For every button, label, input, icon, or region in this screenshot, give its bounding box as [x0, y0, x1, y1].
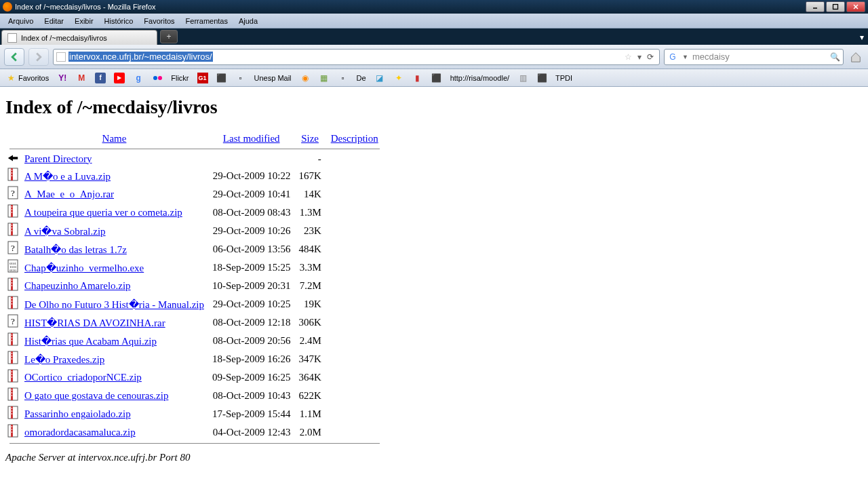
file-link[interactable]: OCortico_criadoporNCE.zip — [24, 372, 142, 383]
table-row: A M�o e a Luva.zip29-Oct-2009 10:22167K — [5, 167, 384, 185]
col-name[interactable]: Name — [20, 130, 208, 147]
menu-exibir[interactable]: Exibir — [69, 16, 99, 26]
col-modified[interactable]: Last modified — [208, 130, 294, 147]
search-input[interactable] — [692, 52, 826, 62]
bookmark-google[interactable]: g — [132, 71, 145, 85]
bookmark-tpdi[interactable]: TPDI — [554, 73, 574, 83]
search-bar[interactable]: G ▼ 🔍 — [664, 49, 844, 65]
file-link[interactable]: Passarinho engaiolado.zip — [24, 408, 131, 419]
bookmark-icon-3[interactable]: ◉ — [298, 71, 312, 85]
dropdown-icon[interactable]: ▾ — [637, 52, 642, 62]
col-size[interactable]: Size — [294, 130, 325, 147]
file-link[interactable]: De Olho no Futuro 3 Hist�ria - Manual.zi… — [24, 299, 204, 310]
bookmark-icon-1[interactable]: ⬛ — [215, 71, 229, 85]
yellow-icon: ✦ — [393, 73, 404, 83]
bookmark-g1[interactable]: G1 — [196, 71, 210, 85]
file-link[interactable]: Chapeuzinho Amarelo.zip — [24, 280, 131, 291]
file-modified: 08-Oct-2009 12:18 — [208, 313, 294, 332]
bookmark-icon-4[interactable]: ▦ — [317, 71, 331, 85]
menu-editar[interactable]: Editar — [39, 16, 69, 26]
bookmark-flickr[interactable]: Flickr — [170, 73, 190, 83]
minimize-button[interactable] — [806, 1, 825, 12]
forward-button[interactable] — [28, 48, 49, 66]
svg-rect-48 — [12, 358, 12, 360]
svg-rect-57 — [12, 392, 12, 393]
bookmark-icon-8[interactable]: ▮ — [411, 71, 425, 85]
bookmark-youtube[interactable]: ▶ — [113, 71, 126, 85]
table-row: A toupeira que queria ver o cometa.zip08… — [5, 204, 384, 222]
search-dropdown-icon[interactable]: ▼ — [682, 54, 688, 60]
bookmark-icon-5[interactable]: ▫ — [336, 71, 350, 85]
table-row: Hist�rias que Acabam Aqui.zip08-Oct-2009… — [5, 332, 384, 350]
parent-size: - — [294, 151, 325, 167]
svg-rect-19 — [12, 227, 12, 229]
tab-active[interactable]: Index of /~mecdaisy/livros — [1, 30, 157, 45]
new-tab-button[interactable]: + — [160, 30, 178, 43]
bookmark-icon-11[interactable]: ⬛ — [535, 71, 549, 85]
bookmark-unesp[interactable]: Unesp Mail — [253, 73, 293, 83]
file-zip-icon — [7, 223, 19, 235]
url-bar[interactable]: intervox.nce.ufrj.br/~mecdaisy/livros/ ☆… — [53, 49, 660, 65]
bookmark-facebook[interactable]: f — [94, 71, 107, 85]
file-size: 1.1M — [294, 405, 325, 423]
file-link[interactable]: A_Mae_e_o_Anjo.rar — [24, 189, 114, 199]
file-link[interactable]: A toupeira que queria ver o cometa.zip — [24, 207, 182, 218]
svg-rect-46 — [12, 353, 12, 354]
bookmark-icon-7[interactable]: ✦ — [392, 71, 406, 85]
file-size: 23K — [294, 222, 325, 240]
svg-rect-68 — [12, 431, 12, 433]
url-text[interactable]: intervox.nce.ufrj.br/~mecdaisy/livros/ — [68, 52, 213, 62]
file-modified: 29-Oct-2009 10:25 — [208, 295, 294, 313]
bookmark-yahoo[interactable]: Y! — [56, 71, 69, 85]
tab-list-dropdown-icon[interactable]: ▾ — [860, 33, 864, 42]
table-row: Chapeuzinho Amarelo.zip10-Sep-2009 20:31… — [5, 277, 384, 295]
file-link[interactable]: HIST�RIAS DA AVOZINHA.rar — [24, 318, 165, 328]
maximize-button[interactable] — [826, 1, 845, 12]
google-search-icon[interactable]: G — [667, 52, 678, 62]
svg-rect-7 — [12, 172, 12, 174]
file-link[interactable]: A vi�va Sobral.zip — [24, 226, 106, 237]
bookmark-flickr-icon[interactable] — [151, 71, 164, 85]
file-modified: 06-Oct-2009 13:56 — [208, 240, 294, 258]
menu-historico[interactable]: Histórico — [99, 16, 139, 26]
file-modified: 09-Sep-2009 16:25 — [208, 368, 294, 387]
menu-ajuda[interactable]: Ajuda — [233, 16, 263, 26]
file-link[interactable]: Le�o Praxedes.zip — [24, 354, 104, 365]
file-link[interactable]: Chap�uzinho_vermelho.exe — [24, 263, 144, 273]
back-button[interactable] — [4, 48, 24, 66]
search-go-icon[interactable]: 🔍 — [830, 52, 840, 62]
parent-directory-link[interactable]: Parent Directory — [24, 153, 92, 164]
svg-rect-34 — [12, 298, 12, 299]
bookmark-de[interactable]: De — [355, 73, 368, 83]
bookmark-favoritos[interactable]: ★Favoritos — [4, 71, 50, 85]
svg-rect-62 — [12, 410, 12, 412]
col-description[interactable]: Description — [326, 130, 384, 147]
svg-rect-58 — [12, 395, 12, 396]
file-zip-icon — [7, 333, 19, 345]
svg-rect-1 — [833, 5, 838, 9]
file-exe-icon: 010110100110 — [7, 260, 19, 272]
bookmark-gmail[interactable]: M — [75, 71, 88, 85]
home-button[interactable] — [848, 49, 864, 65]
bookmark-star-icon[interactable]: ☆ — [625, 52, 632, 62]
menu-arquivo[interactable]: Arquivo — [3, 16, 39, 26]
bookmark-icon-10[interactable]: ▥ — [516, 71, 530, 85]
menu-ferramentas[interactable]: Ferramentas — [180, 16, 233, 26]
close-button[interactable] — [846, 1, 865, 12]
svg-rect-61 — [12, 408, 12, 409]
star-icon: ★ — [5, 73, 16, 83]
site-identity-icon[interactable] — [56, 52, 66, 62]
menu-favoritos[interactable]: Favoritos — [138, 16, 180, 26]
bookmark-icon-2[interactable]: ▫ — [234, 71, 248, 85]
file-link[interactable]: omoradordacasamaluca.zip — [24, 427, 136, 438]
reload-icon[interactable]: ⟳ — [647, 52, 654, 62]
bookmark-icon-6[interactable]: ◪ — [373, 71, 387, 85]
file-link[interactable]: Hist�rias que Acabam Aqui.zip — [24, 336, 157, 347]
svg-rect-30 — [12, 282, 12, 284]
svg-rect-42 — [12, 337, 12, 339]
file-link[interactable]: Batalh�o das letras 1.7z — [24, 244, 127, 255]
file-link[interactable]: A M�o e a Luva.zip — [24, 171, 111, 182]
bookmark-risa[interactable]: http://risa/moodle/ — [449, 73, 511, 83]
file-link[interactable]: O gato que gostava de cenouras.zip — [24, 390, 168, 401]
bookmark-icon-9[interactable]: ⬛ — [430, 71, 443, 85]
